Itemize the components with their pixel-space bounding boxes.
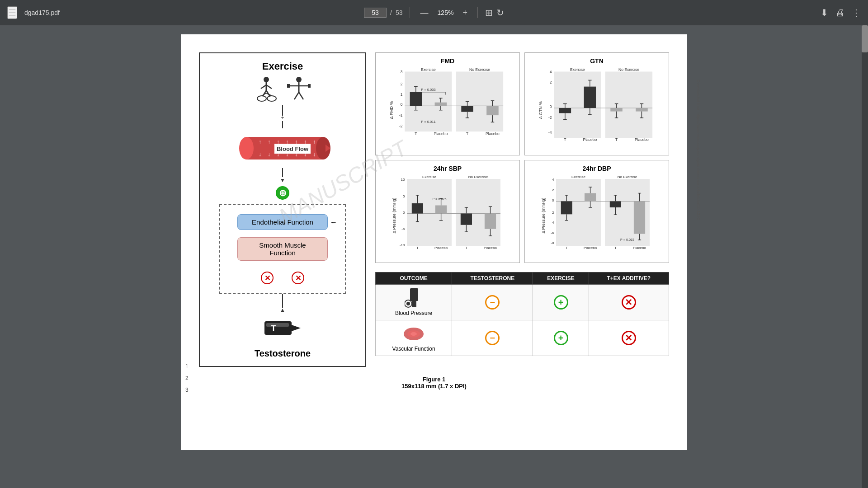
svg-text:T: T (566, 246, 568, 250)
x-circles-row: ✕ ✕ (261, 272, 304, 284)
additive-bp-icon-cell: ✕ (589, 285, 669, 320)
testosterone-bp-icon-cell: − (452, 285, 533, 320)
menu-button[interactable]: ☰ (7, 6, 17, 19)
svg-text:T: T (271, 324, 276, 333)
svg-rect-13 (287, 84, 290, 88)
svg-text:P = 0.026: P = 0.026 (433, 197, 447, 201)
arrow-line-2 (282, 121, 283, 128)
svg-text:No Exercise: No Exercise (618, 67, 639, 72)
print-button[interactable]: 🖨 (835, 8, 844, 18)
red-x-circle-1: ✕ (261, 272, 274, 284)
page-input[interactable] (364, 8, 387, 18)
svg-text:P = 0.015: P = 0.015 (620, 238, 634, 242)
svg-text:Blood Flow: Blood Flow (277, 145, 309, 152)
svg-text:Placebo: Placebo (486, 131, 500, 136)
svg-text:T: T (416, 246, 419, 250)
outcome-cell-vascular: Vascular Function (376, 320, 452, 356)
svg-rect-132 (435, 206, 447, 214)
filename-label: dgad175.pdf (24, 9, 60, 16)
blood-pressure-icon (405, 288, 423, 308)
table-header-testosterone: TESTOSTERONE (452, 272, 533, 285)
svg-text:P = 0.011: P = 0.011 (421, 120, 435, 124)
minus-circle-testosterone-bp: − (485, 295, 500, 310)
svg-text:↓: ↓ (259, 151, 261, 158)
svg-text:-4: -4 (551, 221, 554, 225)
svg-rect-60 (410, 92, 422, 106)
table-header-exercise: EXERCISE (533, 272, 589, 285)
svg-rect-179 (610, 202, 621, 208)
plus-circle-exercise-vascular: + (554, 331, 568, 345)
svg-text:↑: ↑ (259, 139, 261, 145)
arrow-line-1 (282, 105, 283, 116)
svg-text:↓: ↓ (313, 151, 316, 158)
svg-text:Exercise: Exercise (421, 67, 436, 72)
plus-sign: + (281, 115, 284, 121)
vascular-function-icon (402, 324, 425, 344)
svg-text:-2: -2 (548, 115, 552, 120)
arrow-up-indicator: ▲ (280, 307, 285, 313)
fit-page-button[interactable]: ⊞ (485, 7, 493, 18)
arrow-right-icon: ← (330, 219, 336, 226)
svg-text:Placebo: Placebo (484, 246, 497, 250)
download-button[interactable]: ⬇ (821, 7, 828, 18)
zoom-increase-button[interactable]: + (460, 7, 470, 19)
svg-text:-10: -10 (400, 243, 405, 247)
svg-text:No Exercise: No Exercise (469, 67, 490, 72)
svg-text:5: 5 (403, 194, 405, 198)
scrollbar-thumb[interactable] (862, 25, 868, 52)
svg-point-199 (410, 332, 417, 336)
svg-text:Placebo: Placebo (434, 246, 448, 250)
left-diagram: Exercise (199, 52, 366, 367)
arrow-down-indicator: ▼ (280, 177, 285, 183)
svg-rect-131 (412, 203, 423, 214)
svg-text:↑: ↑ (268, 139, 270, 145)
svg-line-3 (266, 85, 272, 89)
testosterone-label: Testosterone (255, 348, 311, 359)
svg-rect-142 (485, 214, 496, 229)
exercise-bp-icon-cell: + (533, 285, 589, 320)
svg-text:-4: -4 (548, 130, 552, 135)
svg-line-2 (261, 85, 266, 89)
scrollbar[interactable] (862, 0, 868, 488)
svg-point-0 (264, 77, 269, 82)
svg-text:-6: -6 (551, 231, 554, 235)
table-header-outcome: OUTCOME (376, 272, 452, 285)
dbp-chart: 24hr DBP Δ Pressure (mmHg) 4 2 0 -2 -4 -… (524, 160, 669, 263)
endothelial-function-label: Endothelial Function (252, 218, 313, 226)
svg-text:Placebo: Placebo (583, 137, 597, 142)
svg-text:Δ FMD %: Δ FMD % (389, 101, 394, 119)
svg-text:1: 1 (401, 92, 403, 97)
svg-rect-95 (559, 108, 571, 113)
testosterone-container: T Testosterone (255, 317, 311, 359)
green-plus-icon: ⊕ (276, 186, 289, 200)
svg-rect-70 (461, 106, 473, 112)
svg-text:T: T (415, 131, 417, 136)
svg-text:0: 0 (403, 211, 405, 215)
svg-rect-45 (456, 71, 503, 131)
svg-point-7 (267, 96, 276, 101)
gtn-chart-svg: Δ GTN % 4 2 0 -2 -4 Exercise No Exercise (529, 67, 664, 149)
x-circle-additive-vascular: ✕ (622, 331, 636, 345)
svg-rect-170 (585, 193, 596, 202)
svg-text:-5: -5 (401, 227, 405, 231)
testosterone-tube-icon: T (260, 317, 305, 348)
more-options-button[interactable]: ⋮ (852, 7, 861, 18)
svg-text:↓: ↓ (268, 151, 270, 158)
fmd-title: FMD (380, 57, 515, 65)
svg-text:No Exercise: No Exercise (468, 175, 488, 179)
sbp-title: 24hr SBP (380, 165, 515, 172)
page-total: 53 (396, 9, 403, 16)
smooth-muscle-label: Smooth Muscle Function (259, 241, 306, 257)
svg-rect-96 (584, 87, 596, 108)
fmd-chart: FMD Δ FMD % 3 2 1 (375, 52, 520, 155)
exercise-title: Exercise (262, 61, 303, 72)
dbp-title: 24hr DBP (529, 165, 664, 172)
svg-text:Δ Pressure (mmHg): Δ Pressure (mmHg) (541, 197, 546, 233)
rotate-button[interactable]: ↻ (496, 7, 504, 18)
svg-rect-193 (410, 288, 418, 301)
gtn-chart: GTN Δ GTN % 4 2 0 -2 -4 Exercise (524, 52, 669, 155)
svg-rect-86 (605, 71, 652, 138)
testosterone-vascular-icon-cell: − (452, 320, 533, 356)
zoom-decrease-button[interactable]: — (417, 7, 431, 19)
plus-circle-exercise-bp: + (554, 295, 568, 310)
